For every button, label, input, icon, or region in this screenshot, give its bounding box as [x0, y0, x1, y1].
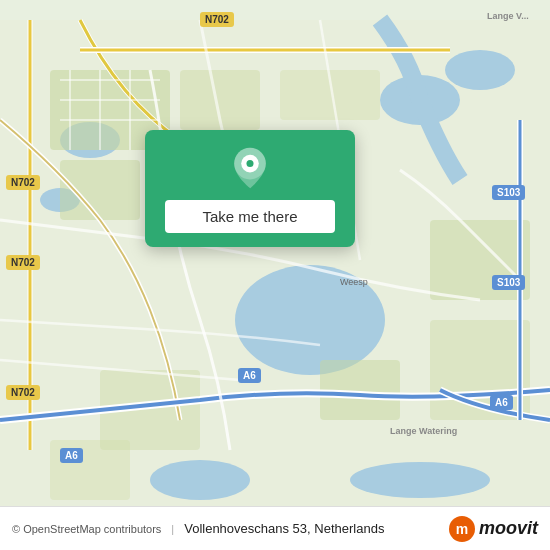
svg-text:Weesp: Weesp: [340, 277, 368, 287]
svg-point-3: [445, 50, 515, 90]
svg-point-6: [150, 460, 250, 500]
pin-icon: [228, 146, 272, 190]
moovit-brand-text: moovit: [479, 518, 538, 539]
s103-label-bottom: S103: [492, 275, 525, 290]
a6-label-right: A6: [490, 395, 513, 410]
lange-watering-label: Lange Watering: [385, 425, 462, 437]
take-me-there-button[interactable]: Take me there: [165, 200, 335, 233]
lange-v-label: Lange V...: [482, 10, 534, 22]
svg-text:m: m: [456, 521, 468, 537]
map-container: Weesp N702 N702 N702 N702 A6 A6 A6 S103 …: [0, 0, 550, 550]
moovit-icon: m: [449, 516, 475, 542]
n702-label-top: N702: [200, 12, 234, 27]
svg-point-34: [246, 160, 253, 167]
s103-label-top: S103: [492, 185, 525, 200]
a6-label-mid: A6: [238, 368, 261, 383]
map-background: Weesp: [0, 0, 550, 550]
svg-point-7: [350, 462, 490, 498]
n702-label-bottom: N702: [6, 385, 40, 400]
n702-label-mid-left: N702: [6, 175, 40, 190]
moovit-logo: m moovit: [449, 516, 538, 542]
bottom-bar: © OpenStreetMap contributors | Vollenhov…: [0, 506, 550, 550]
bottom-left: © OpenStreetMap contributors | Vollenhov…: [12, 521, 384, 536]
location-card: Take me there: [145, 130, 355, 247]
copyright-text: © OpenStreetMap contributors: [12, 523, 161, 535]
address-text: Vollenhoveschans 53, Netherlands: [184, 521, 384, 536]
n702-label-mid: N702: [6, 255, 40, 270]
a6-label-bottom: A6: [60, 448, 83, 463]
